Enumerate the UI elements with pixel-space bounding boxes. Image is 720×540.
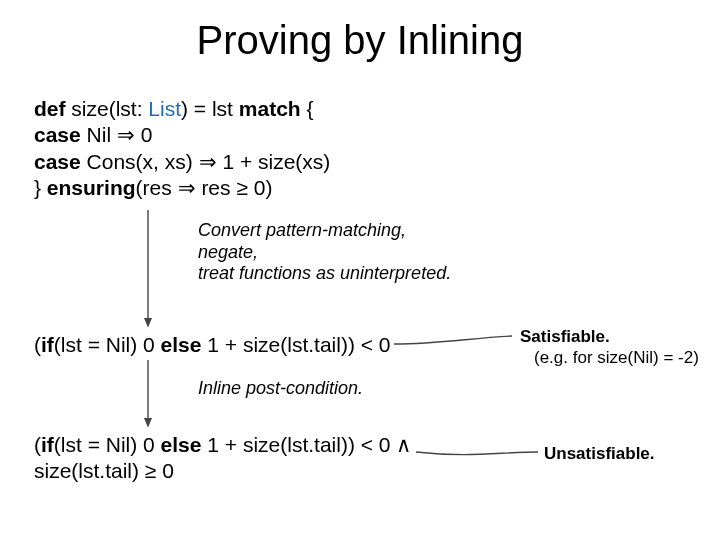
- expr2-line2: size(lst.tail) ≥ 0: [34, 458, 411, 484]
- code-text: Nil ⇒ 0: [81, 123, 153, 146]
- annot-line: treat functions as uninterpreted.: [198, 263, 451, 285]
- expr-text: 1 + size(lst.tail)) < 0 ∧: [201, 433, 411, 456]
- kw-case: case: [34, 150, 81, 173]
- expr-text: (: [34, 333, 41, 356]
- code-line-4: } ensuring(res ⇒ res ≥ 0): [34, 175, 330, 201]
- result-satisfiable: Satisfiable. (e.g. for size(Nil) = -2): [520, 326, 699, 369]
- kw-def: def: [34, 97, 66, 120]
- expression-step1: (if(lst = Nil) 0 else 1 + size(lst.tail)…: [34, 332, 391, 358]
- annot-line: Convert pattern-matching,: [198, 220, 451, 242]
- expr-text: (: [34, 433, 41, 456]
- result-example: (e.g. for size(Nil) = -2): [520, 347, 699, 368]
- expr-text: 1 + size(lst.tail)) < 0: [201, 333, 390, 356]
- kw-else: else: [161, 433, 202, 456]
- result-label: Satisfiable.: [520, 326, 699, 347]
- kw-if: if: [41, 333, 54, 356]
- expr2-line1: (if(lst = Nil) 0 else 1 + size(lst.tail)…: [34, 432, 411, 458]
- kw-else: else: [161, 333, 202, 356]
- annot-line: negate,: [198, 242, 451, 264]
- kw-match: match: [239, 97, 301, 120]
- kw-ensuring: ensuring: [47, 176, 136, 199]
- expr-text: (lst = Nil) 0: [54, 333, 161, 356]
- code-line-1: def size(lst: List) = lst match {: [34, 96, 330, 122]
- code-text: }: [34, 176, 47, 199]
- kw-case: case: [34, 123, 81, 146]
- code-text: (res ⇒ res ≥ 0): [136, 176, 273, 199]
- kw-if: if: [41, 433, 54, 456]
- expression-step2: (if(lst = Nil) 0 else 1 + size(lst.tail)…: [34, 432, 411, 485]
- result-unsatisfiable: Unsatisfiable.: [544, 444, 655, 464]
- expr-text: (lst = Nil) 0: [54, 433, 161, 456]
- code-text: Cons(x, xs) ⇒ 1 + size(xs): [81, 150, 331, 173]
- code-line-3: case Cons(x, xs) ⇒ 1 + size(xs): [34, 149, 330, 175]
- code-line-2: case Nil ⇒ 0: [34, 122, 330, 148]
- type-list: List: [148, 97, 181, 120]
- code-text: size(lst:: [66, 97, 149, 120]
- slide-title: Proving by Inlining: [0, 18, 720, 63]
- code-definition: def size(lst: List) = lst match { case N…: [34, 96, 330, 201]
- code-text: ) = lst: [181, 97, 239, 120]
- annotation-inline: Inline post-condition.: [198, 378, 363, 399]
- code-text: {: [301, 97, 314, 120]
- annotation-convert: Convert pattern-matching, negate, treat …: [198, 220, 451, 285]
